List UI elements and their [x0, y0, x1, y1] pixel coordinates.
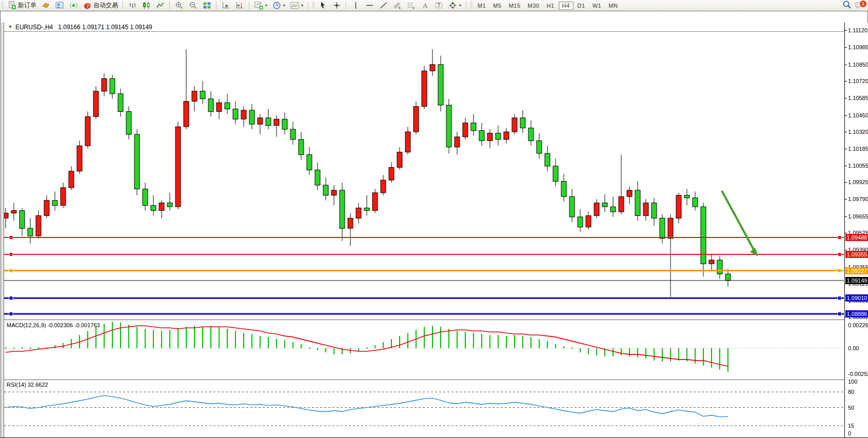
arrows-tool-button[interactable]: ▾	[446, 0, 463, 11]
toolbar-separator	[346, 2, 347, 10]
chart-title-bar: ▼ EURUSD-,H4 1.09166 1.09171 1.09145 1.0…	[4, 23, 844, 32]
candle-body	[356, 208, 361, 218]
main-chart-plot[interactable]	[4, 32, 844, 320]
price-axis-label: 1.10720	[848, 78, 868, 84]
periods-button[interactable]: ▾	[270, 0, 287, 11]
line-handle[interactable]	[838, 269, 841, 272]
candle-body	[512, 118, 517, 132]
rsi-panel[interactable]	[4, 381, 844, 437]
macd-signal-line	[6, 326, 728, 366]
candle-body	[438, 65, 443, 105]
candle-body	[69, 171, 74, 188]
line-handle[interactable]	[9, 312, 13, 316]
toolbar-separator	[123, 2, 124, 10]
trendline-tool-button[interactable]	[377, 0, 390, 11]
candle-body	[266, 118, 271, 126]
candle-body	[143, 189, 148, 205]
collapse-triangle-icon[interactable]: ▼	[8, 25, 12, 29]
svg-text:E: E	[399, 6, 401, 9]
candle-body	[422, 71, 427, 106]
auto-scroll-button[interactable]	[220, 0, 232, 11]
candle-body	[216, 103, 222, 111]
timeframe-button-h1[interactable]: H1	[543, 2, 557, 9]
price-badge-1.09149: 1.09149	[845, 277, 868, 284]
bar-chart-button[interactable]	[126, 0, 139, 11]
cursor-tool-button[interactable]	[317, 0, 329, 11]
down-arrow-annotation[interactable]	[722, 191, 758, 256]
horizontal-price-lines[interactable]	[4, 236, 844, 316]
market-watch-button[interactable]	[40, 0, 52, 11]
chart-window: ▼ EURUSD-,H4 1.09166 1.09171 1.09145 1.0…	[0, 11, 868, 438]
line-handle[interactable]	[838, 236, 841, 240]
zoom-in-button[interactable]	[173, 0, 186, 11]
toolbar-right-group: 1	[842, 0, 865, 11]
price-axis-tick	[845, 250, 847, 250]
timeframe-button-m15[interactable]: M15	[506, 2, 524, 9]
chevron-down-icon[interactable]: ▾	[301, 3, 303, 8]
line-handle[interactable]	[838, 252, 841, 256]
line-handle[interactable]	[838, 312, 841, 316]
vertical-line-tool-button[interactable]	[349, 0, 362, 11]
candle-body	[496, 133, 501, 140]
candlestick-chart-button[interactable]	[140, 0, 153, 11]
candle-body	[397, 152, 402, 168]
timeframe-button-m30[interactable]: M30	[525, 2, 543, 9]
crosshair-tool-button[interactable]	[330, 0, 343, 11]
macd-label: MACD(12,26,9) -0.002306 -0.001763	[7, 322, 100, 328]
new-order-button[interactable]: 新订单	[6, 0, 38, 11]
candle-body	[463, 123, 468, 137]
line-handle[interactable]	[9, 236, 13, 240]
text-label-tool-button[interactable]: T	[432, 0, 445, 11]
candle-body	[151, 206, 156, 211]
templates-button[interactable]: ▾	[288, 0, 305, 11]
price-axis-tick	[845, 149, 847, 149]
signals-icon	[69, 1, 78, 10]
chevron-down-icon[interactable]: ▾	[283, 3, 285, 8]
fibonacci-tool-button[interactable]: F	[405, 0, 418, 11]
timeframe-button-m1[interactable]: M1	[475, 2, 489, 9]
price-axis[interactable]: 1.111201.109851.108501.107201.105851.104…	[844, 23, 868, 437]
candle-body	[307, 155, 312, 170]
timeframe-button-d1[interactable]: D1	[575, 2, 588, 9]
notifications-button[interactable]: 1	[855, 1, 865, 11]
chevron-down-icon[interactable]: ▾	[459, 3, 461, 8]
line-handle[interactable]	[9, 269, 13, 272]
tile-windows-button[interactable]	[201, 0, 213, 11]
new-chart-button[interactable]: ▾	[252, 0, 269, 11]
price-axis-tick	[845, 98, 847, 98]
search-button[interactable]	[842, 0, 852, 11]
equidistant-channel-tool-button[interactable]: E	[391, 0, 404, 11]
line-chart-button[interactable]	[154, 0, 167, 11]
line-handle[interactable]	[9, 296, 13, 300]
autotrading-button[interactable]: 自动交易	[81, 0, 120, 11]
timeframe-button-m5[interactable]: M5	[490, 2, 504, 9]
line-handle[interactable]	[838, 296, 841, 300]
candle-body	[578, 217, 583, 227]
chevron-down-icon[interactable]: ▾	[265, 3, 267, 8]
navigator-button[interactable]	[53, 0, 66, 11]
macd-panel[interactable]	[4, 321, 844, 380]
chart-shift-button[interactable]	[233, 0, 246, 11]
line-handle[interactable]	[9, 252, 13, 256]
price-badge-1.09488: 1.09488	[845, 234, 868, 241]
timeframe-button-mn[interactable]: MN	[605, 2, 621, 9]
candle-body	[619, 196, 624, 212]
zoom-out-button[interactable]	[187, 0, 200, 11]
rsi-axis-label: 80	[848, 389, 854, 395]
candle-body	[471, 123, 476, 131]
candle-body	[175, 127, 181, 207]
candle-body	[274, 119, 279, 125]
text-tool-button[interactable]: A	[419, 0, 431, 11]
signals-button[interactable]	[67, 0, 80, 11]
market-watch-icon	[42, 1, 50, 10]
timeframe-button-w1[interactable]: W1	[589, 2, 605, 9]
rsi-axis-label: 0	[848, 430, 851, 436]
candle-body	[668, 218, 673, 238]
candle-chart-icon	[142, 1, 151, 10]
candle-body	[553, 166, 558, 182]
candle-body	[19, 211, 25, 229]
timeframe-button-h4[interactable]: H4	[559, 2, 574, 10]
doc-plus-icon	[8, 1, 16, 10]
price-axis-label: 1.10185	[848, 146, 868, 152]
horizontal-line-tool-button[interactable]	[363, 0, 376, 11]
